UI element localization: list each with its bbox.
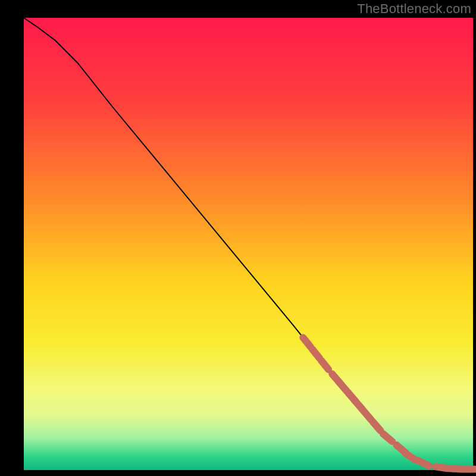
chart-stage: TheBottleneck.com: [0, 0, 476, 476]
marker-pill: [418, 461, 429, 466]
bottleneck-chart: [0, 0, 476, 476]
gradient-panel: [24, 18, 473, 470]
watermark-text: TheBottleneck.com: [357, 1, 471, 17]
